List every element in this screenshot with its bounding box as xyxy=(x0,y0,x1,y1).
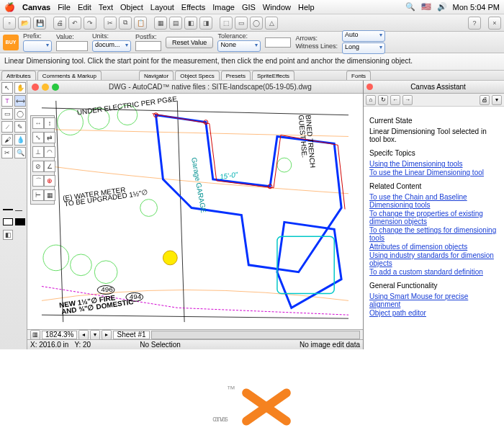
dimension-tool[interactable]: ⟷ xyxy=(14,95,26,107)
tab-presets[interactable]: Presets xyxy=(221,71,251,80)
assistant-body[interactable]: Current State Linear Dimensioning Tool s… xyxy=(364,107,504,349)
zoom-field[interactable]: 1824.3% xyxy=(42,331,77,339)
tool-e[interactable]: ⬚ xyxy=(220,17,233,30)
dim-baseline[interactable]: ⊥ xyxy=(32,146,44,158)
arrow-tool[interactable]: ↖ xyxy=(1,82,13,94)
dim-center[interactable]: ⊕ xyxy=(44,175,55,187)
stroke-swatch[interactable] xyxy=(3,209,13,210)
witness-select[interactable]: Long xyxy=(342,42,385,54)
layer-toggle[interactable]: ▥ xyxy=(30,330,40,340)
gradient-tool[interactable]: ◧ xyxy=(3,230,13,240)
menu-edit[interactable]: Edit xyxy=(78,3,91,12)
menu-gis[interactable]: GIS xyxy=(242,3,256,12)
tool-c[interactable]: ◧ xyxy=(184,17,197,30)
link-chain-baseline[interactable]: To use the Chain and Baseline Dimensioni… xyxy=(369,193,498,209)
dim-linear[interactable]: ↔ xyxy=(32,117,44,129)
sheet-name[interactable]: Sheet #1 xyxy=(113,331,149,339)
assist-refresh[interactable]: ↻ xyxy=(378,95,388,105)
arrows-select[interactable]: Auto xyxy=(342,30,385,42)
tool-d[interactable]: ◨ xyxy=(199,17,212,30)
link-industry-standards[interactable]: Using industry standards for dimension o… xyxy=(369,251,498,267)
menu-effects[interactable]: Effects xyxy=(181,3,205,12)
tolerance-input[interactable] xyxy=(265,37,291,48)
cut-button[interactable]: ✂ xyxy=(104,17,117,30)
value-input[interactable] xyxy=(56,41,88,51)
oval-tool[interactable]: ◯ xyxy=(14,108,26,120)
tool-g[interactable]: ◯ xyxy=(250,17,263,30)
assist-back[interactable]: ← xyxy=(390,95,400,105)
volume-icon[interactable]: 🔊 xyxy=(437,2,447,12)
menu-file[interactable]: File xyxy=(58,3,71,12)
postfix-input[interactable] xyxy=(135,41,161,51)
link-smart-mouse[interactable]: Using Smart Mouse for precise alignment xyxy=(369,292,498,308)
tab-comments[interactable]: Comments & Markup xyxy=(37,71,102,80)
next-sheet[interactable]: ▸ xyxy=(102,330,112,340)
pen-tool[interactable]: ✎ xyxy=(14,121,26,133)
units-select[interactable]: docum... xyxy=(92,40,131,52)
flag-icon[interactable]: 🇺🇸 xyxy=(421,2,431,12)
close-window[interactable] xyxy=(32,84,39,91)
new-button[interactable]: ▫ xyxy=(3,17,16,30)
eyedrop-tool[interactable]: 💧 xyxy=(14,134,26,146)
drawing-canvas[interactable]: UNDER ELECTRIC PER PG&E (E) WATER METER … xyxy=(27,94,363,329)
assistant-close[interactable] xyxy=(366,84,373,90)
brush-tool[interactable]: 🖌 xyxy=(1,134,13,146)
tab-attributes[interactable]: Attributes xyxy=(1,71,36,80)
link-change-properties[interactable]: To change the properties of existing dim… xyxy=(369,210,498,225)
link-linear-dimensioning[interactable]: To use the Linear Dimensioning tool xyxy=(369,169,498,176)
help-button[interactable]: ? xyxy=(468,17,481,30)
dim-oblique[interactable]: ⤡ xyxy=(32,132,44,143)
menu-object[interactable]: Object xyxy=(120,3,143,12)
assist-home[interactable]: ⌂ xyxy=(366,95,376,105)
zoom-tool[interactable]: 🔍 xyxy=(14,147,26,158)
spotlight-icon[interactable]: 🔍 xyxy=(405,2,415,12)
tool-a[interactable]: ▦ xyxy=(154,17,167,30)
assist-menu[interactable]: ▾ xyxy=(492,95,502,105)
prev-sheet[interactable]: ◂ xyxy=(78,330,89,340)
copy-button[interactable]: ⧉ xyxy=(119,17,132,30)
paste-button[interactable]: 📋 xyxy=(134,17,147,30)
link-path-editor[interactable]: Object path editor xyxy=(369,309,498,317)
document-titlebar[interactable]: DWG - AutoCAD™ native files : SITE-lands… xyxy=(27,81,363,94)
tool-f[interactable]: ▭ xyxy=(235,17,248,30)
h-scrollbar[interactable] xyxy=(151,331,360,339)
menu-image[interactable]: Image xyxy=(212,3,235,12)
tab-fonts[interactable]: Fonts xyxy=(346,71,371,80)
menu-text[interactable]: Text xyxy=(99,3,113,12)
close-toolbar[interactable]: × xyxy=(488,17,501,30)
tab-objectspecs[interactable]: Object Specs xyxy=(175,71,220,80)
link-change-settings[interactable]: To change the settings for dimensioning … xyxy=(369,226,498,242)
dim-perp[interactable]: ⊢ xyxy=(32,189,44,201)
save-button[interactable]: 💾 xyxy=(33,17,46,30)
open-button[interactable]: 📂 xyxy=(18,17,31,30)
zoom-window[interactable] xyxy=(52,84,59,91)
apple-icon[interactable]: 🍎 xyxy=(4,2,15,12)
dim-area[interactable]: ▦ xyxy=(44,189,55,201)
dimension-subpalette[interactable]: ↔ ↕ ⤡ ⇄ ⊥ ◠ ⊘ ∠ ⌒ ⊕ ⊢ ▦ xyxy=(30,115,55,205)
hand-tool[interactable]: ✋ xyxy=(14,82,26,94)
undo-button[interactable]: ↶ xyxy=(68,17,81,30)
dim-vertical[interactable]: ↕ xyxy=(44,117,55,129)
assist-print[interactable]: 🖨 xyxy=(480,95,490,105)
sheet-menu[interactable]: ▾ xyxy=(90,330,100,340)
menu-help[interactable]: Help xyxy=(298,3,315,12)
dim-chain[interactable]: ⇄ xyxy=(44,132,55,143)
line-tool[interactable]: ⟋ xyxy=(1,121,13,133)
link-attributes[interactable]: Attributes of dimension objects xyxy=(369,243,498,251)
assistant-titlebar[interactable]: Canvas Assistant xyxy=(364,81,504,94)
print-button[interactable]: 🖨 xyxy=(53,17,66,30)
dim-angle[interactable]: ∠ xyxy=(44,161,55,172)
dim-radius[interactable]: ◠ xyxy=(44,146,55,158)
fill-black[interactable] xyxy=(15,218,25,225)
clock[interactable]: Mon 5:04 PM xyxy=(453,3,500,12)
minimize-window[interactable] xyxy=(42,84,49,91)
menu-window[interactable]: Window xyxy=(263,3,291,12)
text-tool[interactable]: T xyxy=(1,95,13,107)
fill-white[interactable] xyxy=(3,218,13,225)
dim-diameter[interactable]: ⊘ xyxy=(32,161,44,172)
noarrow-swatch[interactable]: — xyxy=(15,206,24,214)
assist-fwd[interactable]: → xyxy=(402,95,413,105)
tolerance-select[interactable]: None xyxy=(217,40,261,52)
reset-value-button[interactable]: Reset Value xyxy=(166,37,213,48)
crop-tool[interactable]: ✂ xyxy=(1,147,13,158)
